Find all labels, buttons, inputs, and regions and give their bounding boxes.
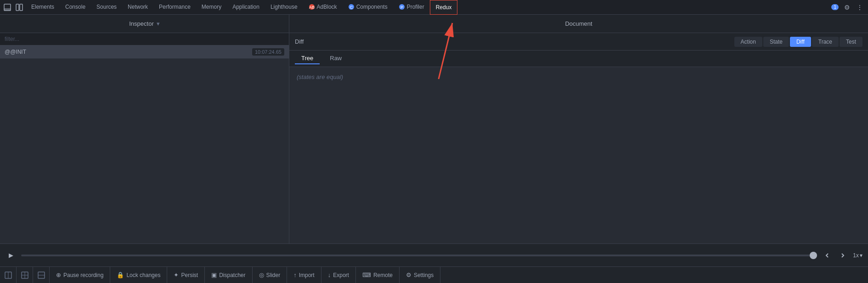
tab-state[interactable]: State bbox=[763, 37, 789, 47]
pause-recording-button[interactable]: ⊕ Pause recording bbox=[50, 267, 110, 283]
tab-application[interactable]: Application bbox=[227, 0, 265, 15]
action-timestamp: 10:07:24.65 bbox=[252, 48, 284, 56]
content-area: @@INIT 10:07:24.65 Diff Action State Dif… bbox=[0, 33, 868, 243]
import-icon: ↑ bbox=[293, 272, 297, 278]
export-icon: ↓ bbox=[328, 272, 331, 278]
slider-label: Slider bbox=[266, 272, 281, 278]
inspector-title: Inspector bbox=[129, 20, 153, 27]
svg-rect-3 bbox=[20, 4, 23, 11]
tab-console[interactable]: Console bbox=[60, 0, 91, 15]
tab-sources[interactable]: Sources bbox=[91, 0, 122, 15]
timeline-track[interactable] bbox=[21, 255, 817, 256]
tab-adblock[interactable]: AB AdBlock bbox=[303, 0, 343, 15]
tab-test[interactable]: Test bbox=[840, 37, 862, 47]
export-button[interactable]: ↓ Export bbox=[321, 267, 356, 283]
svg-text:C: C bbox=[349, 5, 353, 9]
tab-memory[interactable]: Memory bbox=[196, 0, 227, 15]
diff-title: Diff bbox=[295, 38, 304, 45]
panel-headers: Inspector ▾ Document bbox=[0, 15, 868, 33]
import-button[interactable]: ↑ Import bbox=[287, 267, 321, 283]
speed-value: 1x bbox=[853, 252, 859, 259]
settings-label: Settings bbox=[414, 272, 434, 278]
import-label: Import bbox=[299, 272, 315, 278]
layout-icon[interactable] bbox=[14, 2, 25, 13]
settings-button[interactable]: ⚙ Settings bbox=[400, 267, 440, 283]
view-tabs: Tree Raw bbox=[289, 51, 868, 67]
persist-button[interactable]: ✦ Persist bbox=[167, 267, 205, 283]
playback-bar: ▶ 1x ▾ bbox=[0, 243, 868, 266]
tab-network[interactable]: Network bbox=[122, 0, 153, 15]
persist-label: Persist bbox=[181, 272, 198, 278]
lock-changes-label: Lock changes bbox=[126, 272, 160, 278]
notification-badge: 1 bbox=[831, 4, 839, 10]
more-icon[interactable]: ⋮ bbox=[853, 1, 866, 14]
dock-icon[interactable] bbox=[2, 2, 13, 13]
lock-changes-icon: 🔒 bbox=[117, 272, 124, 278]
action-list: @@INIT 10:07:24.65 bbox=[0, 45, 289, 243]
states-equal-text: (states are equal) bbox=[297, 74, 343, 80]
tab-action[interactable]: Action bbox=[734, 37, 762, 47]
tab-redux[interactable]: Redux bbox=[430, 0, 458, 15]
diff-content: (states are equal) bbox=[289, 67, 868, 243]
tab-performance[interactable]: Performance bbox=[153, 0, 196, 15]
remote-label: Remote bbox=[373, 272, 393, 278]
speed-selector[interactable]: 1x ▾ bbox=[853, 252, 862, 259]
document-header: Document bbox=[289, 15, 868, 33]
persist-icon: ✦ bbox=[174, 272, 179, 278]
tab-profiler[interactable]: P Profiler bbox=[393, 0, 430, 15]
layout-buttons bbox=[0, 267, 50, 283]
tab-tree[interactable]: Tree bbox=[295, 53, 320, 64]
tab-components[interactable]: C Components bbox=[343, 0, 393, 15]
lock-changes-button[interactable]: 🔒 Lock changes bbox=[110, 267, 167, 283]
remote-icon: ⌨ bbox=[362, 272, 371, 278]
svg-rect-1 bbox=[4, 8, 11, 11]
dispatcher-label: Dispatcher bbox=[219, 272, 245, 278]
document-title: Document bbox=[565, 20, 592, 27]
tab-elements[interactable]: Elements bbox=[26, 0, 60, 15]
main-layout: Inspector ▾ Document @@INIT 10:07:24.65 bbox=[0, 15, 868, 283]
slider-button[interactable]: ◎ Slider bbox=[253, 267, 287, 283]
settings-toolbar-icon: ⚙ bbox=[406, 272, 411, 278]
play-button[interactable]: ▶ bbox=[6, 250, 17, 261]
timeline-thumb[interactable] bbox=[810, 252, 817, 259]
action-name: @@INIT bbox=[5, 49, 26, 55]
settings-icon[interactable]: ⚙ bbox=[840, 1, 853, 14]
diff-header: Diff Action State Diff Trace Test bbox=[289, 33, 868, 51]
next-button[interactable] bbox=[837, 250, 848, 261]
layout-btn-2[interactable] bbox=[17, 267, 33, 283]
left-panel: @@INIT 10:07:24.65 bbox=[0, 33, 289, 243]
pause-recording-icon: ⊕ bbox=[56, 272, 61, 278]
devtools-tab-bar: Elements Console Sources Network Perform… bbox=[0, 0, 868, 15]
layout-btn-1[interactable] bbox=[0, 267, 17, 283]
inspector-header: Inspector ▾ bbox=[0, 15, 289, 33]
layout-btn-3[interactable] bbox=[33, 267, 50, 283]
pause-recording-label: Pause recording bbox=[63, 272, 103, 278]
prev-button[interactable] bbox=[822, 250, 833, 261]
export-label: Export bbox=[333, 272, 349, 278]
inspector-arrow: ▾ bbox=[157, 20, 160, 27]
remote-button[interactable]: ⌨ Remote bbox=[356, 267, 400, 283]
dispatcher-button[interactable]: ▣ Dispatcher bbox=[205, 267, 252, 283]
svg-rect-2 bbox=[16, 4, 19, 11]
tab-diff[interactable]: Diff bbox=[790, 37, 811, 47]
diff-tabs: Action State Diff Trace Test bbox=[734, 37, 862, 47]
slider-icon: ◎ bbox=[259, 272, 264, 278]
right-panel: Diff Action State Diff Trace Test Tree R… bbox=[289, 33, 868, 243]
tab-trace[interactable]: Trace bbox=[812, 37, 839, 47]
action-item[interactable]: @@INIT 10:07:24.65 bbox=[0, 45, 289, 59]
speed-arrow: ▾ bbox=[860, 252, 862, 259]
svg-text:AB: AB bbox=[309, 5, 315, 9]
filter-input[interactable] bbox=[0, 33, 289, 45]
bottom-toolbar: ⊕ Pause recording 🔒 Lock changes ✦ Persi… bbox=[0, 266, 868, 283]
tab-raw[interactable]: Raw bbox=[323, 53, 348, 64]
tab-lighthouse[interactable]: Lighthouse bbox=[265, 0, 303, 15]
dispatcher-icon: ▣ bbox=[211, 272, 217, 278]
svg-text:P: P bbox=[400, 5, 403, 9]
